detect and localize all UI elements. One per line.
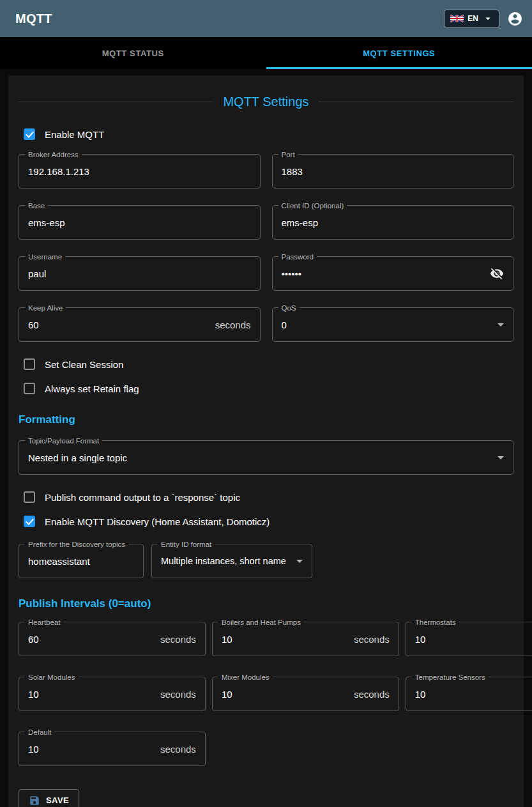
topic-format-label: Topic/Payload Format: [25, 436, 102, 445]
broker-address-field[interactable]: Broker Address: [19, 154, 261, 188]
formatting-heading: Formatting: [19, 413, 513, 426]
discovery-checkbox[interactable]: [24, 516, 35, 527]
clean-session-row: Set Clean Session: [19, 358, 513, 370]
publish-response-checkbox[interactable]: [24, 491, 35, 503]
port-label: Port: [278, 150, 298, 159]
thermostats-interval-input[interactable]: [415, 634, 532, 645]
chevron-down-icon: [482, 13, 494, 24]
discovery-prefix-field[interactable]: Prefix for the Discovery topics: [19, 544, 144, 578]
uk-flag-icon: [450, 15, 464, 22]
boilers-interval-input[interactable]: [222, 634, 349, 645]
connection-fields: Broker Address Port Base Client ID (Opti…: [19, 154, 513, 342]
app-title: MQTT: [15, 12, 444, 26]
mixer-interval-field[interactable]: Mixer Modules seconds: [212, 677, 399, 711]
dropdown-arrow-icon: [498, 323, 504, 327]
username-field[interactable]: Username: [19, 256, 261, 291]
keep-alive-label: Keep Alive: [25, 304, 66, 312]
discovery-prefix-input[interactable]: [28, 556, 134, 567]
page-title: MQTT Settings: [223, 95, 308, 109]
retain-flag-row: Always set Retain flag: [19, 383, 513, 394]
base-field[interactable]: Base: [19, 205, 261, 240]
entity-id-format-value: Multiple instances, short name: [161, 556, 291, 566]
keep-alive-suffix: seconds: [215, 319, 251, 330]
base-label: Base: [25, 201, 48, 210]
language-label: EN: [467, 14, 478, 23]
divider: [318, 102, 513, 102]
temperature-interval-field[interactable]: Temperature Sensors seconds: [406, 677, 532, 711]
temperature-interval-input[interactable]: [415, 689, 532, 700]
default-interval-field[interactable]: Default seconds: [19, 732, 206, 766]
password-label: Password: [278, 252, 317, 261]
keep-alive-input[interactable]: [28, 319, 210, 330]
keep-alive-field[interactable]: Keep Alive seconds: [19, 307, 261, 342]
default-interval-input[interactable]: [28, 744, 155, 755]
dropdown-arrow-icon: [498, 456, 504, 459]
dropdown-arrow-icon: [296, 560, 303, 563]
topic-format-value: Nested in a single topic: [28, 452, 492, 463]
password-input[interactable]: [282, 268, 485, 279]
interval-label: Solar Modules: [25, 673, 79, 682]
password-field[interactable]: Password: [272, 256, 514, 291]
page-title-row: MQTT Settings: [19, 95, 513, 109]
clean-session-checkbox[interactable]: [24, 358, 35, 370]
heartbeat-interval-field[interactable]: Heartbeat seconds: [19, 622, 206, 656]
username-label: Username: [25, 252, 65, 261]
boilers-interval-field[interactable]: Boilers and Heat Pumps seconds: [212, 622, 399, 656]
qos-label: QoS: [278, 304, 300, 312]
qos-select[interactable]: QoS 0: [272, 307, 514, 342]
discovery-label[interactable]: Enable MQTT Discovery (Home Assistant, D…: [45, 516, 270, 527]
interval-label: Default: [25, 728, 54, 737]
client-id-label: Client ID (Optional): [278, 201, 347, 210]
enable-mqtt-checkbox[interactable]: [24, 128, 35, 140]
client-id-input[interactable]: [282, 217, 505, 228]
interval-label: Thermostats: [412, 618, 459, 627]
port-field[interactable]: Port: [272, 154, 514, 188]
tab-mqtt-status[interactable]: MQTT STATUS: [0, 37, 266, 69]
save-button[interactable]: SAVE: [19, 789, 79, 807]
retain-flag-checkbox[interactable]: [24, 383, 35, 394]
port-input[interactable]: [282, 166, 505, 177]
base-input[interactable]: [28, 217, 251, 228]
tab-bar: MQTT STATUS MQTT SETTINGS: [0, 37, 532, 69]
broker-address-label: Broker Address: [25, 150, 82, 159]
thermostats-interval-field[interactable]: Thermostats seconds: [406, 622, 532, 656]
solar-interval-field[interactable]: Solar Modules seconds: [19, 677, 206, 711]
appbar: MQTT EN: [0, 0, 532, 37]
publish-response-label[interactable]: Publish command output to a `response` t…: [45, 492, 240, 503]
discovery-row-checkbox: Enable MQTT Discovery (Home Assistant, D…: [19, 516, 513, 527]
appbar-actions: EN: [444, 10, 523, 28]
entity-id-format-select[interactable]: Entity ID format Multiple instances, sho…: [151, 544, 312, 578]
enable-mqtt-label[interactable]: Enable MQTT: [45, 129, 104, 140]
account-icon[interactable]: [507, 11, 523, 27]
retain-flag-label[interactable]: Always set Retain flag: [45, 383, 139, 394]
clean-session-label[interactable]: Set Clean Session: [45, 359, 123, 370]
intervals-grid: Heartbeat seconds Boilers and Heat Pumps…: [19, 622, 513, 766]
publish-response-row: Publish command output to a `response` t…: [19, 491, 513, 503]
mixer-interval-input[interactable]: [222, 689, 349, 700]
topic-format-select[interactable]: Topic/Payload Format Nested in a single …: [19, 440, 513, 475]
broker-address-input[interactable]: [28, 166, 251, 177]
save-icon: [29, 795, 40, 806]
tab-mqtt-settings[interactable]: MQTT SETTINGS: [266, 37, 532, 69]
username-input[interactable]: [28, 268, 251, 279]
interval-suffix: seconds: [354, 634, 390, 645]
discovery-prefix-label: Prefix for the Discovery topics: [25, 540, 128, 549]
qos-value: 0: [282, 319, 493, 330]
interval-label: Boilers and Heat Pumps: [218, 618, 304, 627]
interval-suffix: seconds: [354, 689, 390, 700]
interval-label: Temperature Sensors: [412, 673, 489, 682]
save-button-label: SAVE: [46, 795, 69, 805]
interval-suffix: seconds: [160, 744, 196, 755]
entity-id-format-label: Entity ID format: [158, 540, 215, 549]
interval-label: Mixer Modules: [218, 673, 273, 682]
client-id-field[interactable]: Client ID (Optional): [272, 205, 514, 240]
settings-card: MQTT Settings Enable MQTT Broker Address…: [8, 75, 524, 807]
interval-suffix: seconds: [160, 634, 196, 645]
visibility-off-icon[interactable]: [485, 266, 504, 281]
heartbeat-interval-input[interactable]: [28, 634, 155, 645]
divider: [19, 102, 214, 102]
publish-intervals-heading: Publish Intervals (0=auto): [19, 597, 513, 610]
solar-interval-input[interactable]: [28, 689, 155, 700]
language-button[interactable]: EN: [444, 10, 499, 28]
interval-label: Heartbeat: [25, 618, 64, 627]
